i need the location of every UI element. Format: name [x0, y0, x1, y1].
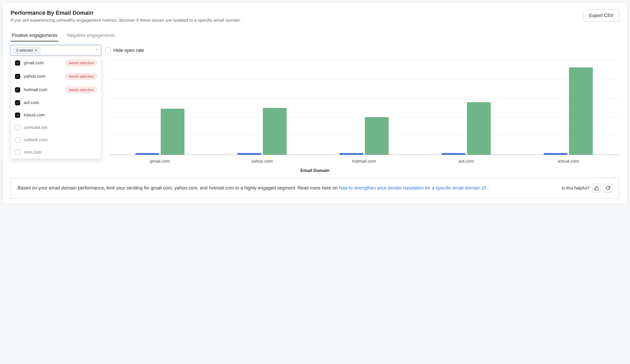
svg-line-0 [484, 186, 486, 188]
x-axis-tick-label: aol.com [415, 159, 517, 164]
needs-attention-badge: Needs attention [66, 60, 97, 66]
chevron-up-icon: ⌃ [95, 48, 98, 52]
bar-open-rate[interactable] [569, 67, 593, 155]
checkbox-icon [105, 48, 111, 53]
insight-suffix: . [487, 185, 489, 191]
x-axis-tick-label: gmail.com [109, 159, 211, 164]
dropdown-option-hotmail-com[interactable]: ✓hotmail.comNeeds attention [11, 83, 101, 97]
bar-group [415, 61, 517, 155]
dropdown-option-comcast-net[interactable]: comcast.net [11, 121, 101, 134]
thumbs-down-button[interactable] [604, 184, 612, 193]
insight-box: Based on your email domain performance, … [11, 178, 619, 199]
page-title: Performance By Email Domain [11, 10, 241, 16]
feedback-controls: Is this helpful? [562, 184, 612, 193]
dropdown-option-icloud-com[interactable]: ✓icloud.com [11, 109, 101, 121]
checkbox-icon: ✓ [15, 100, 20, 105]
dropdown-option-label: gmail.com [24, 60, 44, 66]
x-axis-labels: gmail.comyahoo.comhotmail.comaol.comiclo… [109, 159, 619, 164]
needs-attention-badge: Needs attention [66, 73, 97, 80]
dropdown-option-label: icloud.com [24, 113, 45, 118]
tab-positive-engagements[interactable]: Positive engagements [11, 30, 58, 42]
domain-chart: gmail.comyahoo.comhotmail.comaol.comiclo… [11, 61, 619, 167]
dropdown-option-outlook-com[interactable]: outlook.com [11, 134, 101, 146]
insight-prefix: Based on your email domain performance, … [18, 185, 339, 191]
domain-multiselect[interactable]: 5 selected ✕ ⌃ [11, 45, 101, 56]
dropdown-option-label: aol.com [24, 100, 39, 105]
multiselect-chip: 5 selected ✕ [13, 47, 40, 54]
bar-open-rate[interactable] [263, 108, 287, 155]
dropdown-option-gmail-com[interactable]: ✓gmail.comNeeds attention [11, 56, 101, 70]
export-csv-button[interactable]: Export CSV [583, 10, 619, 22]
chart-bars [109, 61, 619, 155]
domain-dropdown-panel: ✓gmail.comNeeds attention✓yahoo.comNeeds… [11, 56, 101, 159]
dropdown-option-aol-com[interactable]: ✓aol.com [11, 97, 101, 109]
dropdown-option-label: hotmail.com [24, 87, 48, 92]
dropdown-option-yahoo-com[interactable]: ✓yahoo.comNeeds attention [11, 70, 101, 83]
engagement-tabs: Positive engagements Negative engagement… [11, 30, 619, 42]
checkbox-icon [15, 150, 20, 155]
dropdown-option-label: outlook.com [24, 137, 48, 143]
bar-group [109, 61, 211, 155]
dropdown-option-label: comcast.net [24, 125, 48, 130]
bar-group [211, 61, 313, 155]
checkbox-icon: ✓ [15, 60, 20, 66]
x-axis-tick-label: icloud.com [517, 159, 619, 164]
bar-open-rate[interactable] [467, 102, 491, 155]
controls-row: 5 selected ✕ ⌃ ✓gmail.comNeeds attention… [11, 45, 619, 56]
dropdown-option-msn-com[interactable]: msn.com [11, 146, 101, 159]
hide-open-rate-checkbox[interactable]: Hide open rate [105, 48, 144, 53]
checkbox-icon: ✓ [15, 113, 20, 118]
x-axis-line [109, 155, 619, 155]
card-header: Performance By Email Domain If you are e… [11, 10, 619, 23]
dropdown-option-label: msn.com [24, 150, 42, 155]
x-axis-tick-label: yahoo.com [211, 159, 313, 164]
thumbs-up-button[interactable] [592, 184, 601, 193]
bar-open-rate[interactable] [365, 117, 389, 155]
x-axis-tick-label: hotmail.com [313, 159, 415, 164]
external-link-icon [482, 185, 486, 192]
hide-open-rate-label: Hide open rate [113, 48, 144, 53]
checkbox-icon [15, 125, 20, 130]
helpful-label: Is this helpful? [562, 186, 590, 191]
dropdown-option-label: yahoo.com [24, 74, 45, 79]
page-subtitle: If you are experiencing unhealthy engage… [11, 18, 241, 23]
bar-group [313, 61, 415, 155]
insight-text: Based on your email domain performance, … [18, 184, 489, 192]
checkbox-icon: ✓ [15, 74, 20, 79]
clear-selection-icon[interactable]: ✕ [34, 48, 37, 52]
x-axis-title: Email Domain [11, 168, 619, 173]
tab-negative-engagements[interactable]: Negative engagements [66, 30, 116, 42]
needs-attention-badge: Needs attention [66, 87, 97, 93]
checkbox-icon: ✓ [15, 87, 20, 92]
bar-open-rate[interactable] [161, 109, 185, 155]
insight-link[interactable]: how to strengthen your sender reputation… [339, 185, 487, 191]
performance-by-domain-card: Performance By Email Domain If you are e… [3, 3, 627, 204]
multiselect-chip-text: 5 selected [16, 48, 33, 52]
checkbox-icon [15, 137, 20, 143]
bar-group [517, 61, 619, 155]
